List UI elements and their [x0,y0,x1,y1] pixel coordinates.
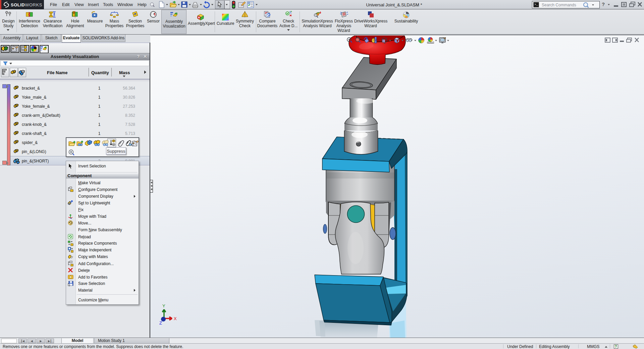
svg-text:Z: Z [159,320,162,326]
svg-text:?: ? [615,345,617,348]
svg-text:X: X [174,316,177,321]
svg-text:Y: Y [162,303,165,308]
